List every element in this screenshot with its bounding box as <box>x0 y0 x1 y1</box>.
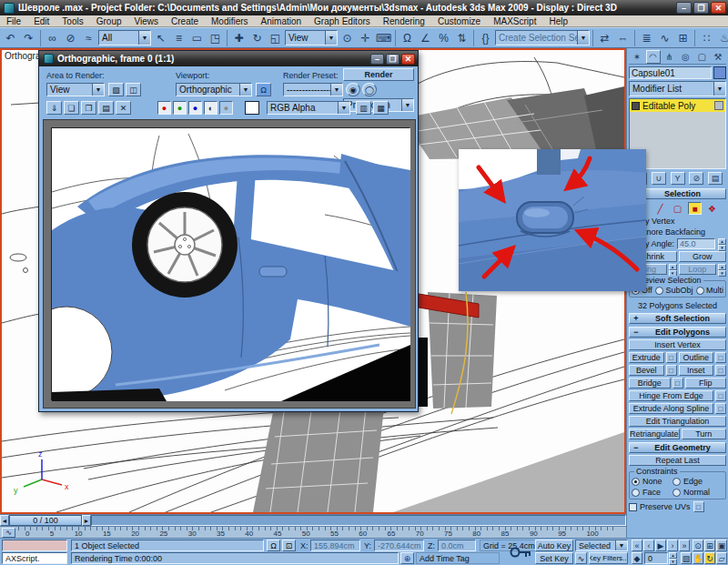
auto-region-icon[interactable]: ▧ <box>108 83 124 96</box>
select-object-icon[interactable]: ↖ <box>152 29 169 46</box>
loop-button[interactable]: Loop <box>679 264 717 275</box>
red-channel-icon[interactable]: ● <box>157 101 171 115</box>
render-button[interactable]: Render <box>343 68 414 81</box>
menu-item[interactable]: Create <box>165 15 205 27</box>
keyboard-shortcut-override-icon[interactable]: ⌨ <box>375 29 392 46</box>
select-and-manipulate-icon[interactable]: ✛ <box>357 29 374 46</box>
clear-image-icon[interactable]: ✕ <box>116 101 131 115</box>
copy-image-icon[interactable]: ❏ <box>64 101 79 115</box>
render-preset-dropdown[interactable]: -----------------▼ <box>283 83 343 96</box>
x-coord-field[interactable]: 155.894cm <box>310 540 360 551</box>
rfw-maximize-button[interactable]: ❐ <box>386 54 399 65</box>
preview-subobj-radio[interactable] <box>655 287 663 295</box>
key-filters-button[interactable]: Key Filters... <box>589 552 628 564</box>
bridge-button[interactable]: Bridge <box>629 378 671 388</box>
render-setup-preset-icon[interactable]: ◉ <box>346 83 360 96</box>
unlink-selection-icon[interactable]: ⊘ <box>62 29 79 46</box>
rfw-close-button[interactable]: ✕ <box>401 54 415 65</box>
time-slider-right-arrow[interactable]: ► <box>82 515 91 526</box>
menu-item[interactable]: Customize <box>431 15 487 27</box>
green-channel-icon[interactable]: ● <box>173 101 187 115</box>
layer-manager-icon[interactable]: ≣ <box>638 29 655 46</box>
select-by-name-icon[interactable]: ≡ <box>170 29 187 46</box>
make-unique-icon[interactable]: Y <box>671 172 685 185</box>
dropdown-arrow-icon[interactable]: ▼ <box>577 31 589 45</box>
schematic-view-icon[interactable]: ⊞ <box>674 29 692 46</box>
turn-button[interactable]: Turn <box>682 429 726 439</box>
dropdown-arrow-icon[interactable]: ▼ <box>338 102 349 114</box>
menu-item[interactable]: File <box>0 15 27 27</box>
selection-filter-dropdown[interactable]: All▼ <box>98 30 151 45</box>
rectangular-selection-region-icon[interactable]: ▭ <box>188 29 206 46</box>
use-pivot-center-icon[interactable]: ⊙ <box>339 29 356 46</box>
create-tab-icon[interactable]: ✶ <box>630 50 644 64</box>
minimize-button[interactable]: – <box>676 2 692 14</box>
border-subobject-icon[interactable]: ▢ <box>671 202 684 215</box>
rfw-minimize-button[interactable]: – <box>370 54 384 65</box>
key-mode-toggle-icon[interactable]: ◆ <box>632 552 642 564</box>
angle-snap-icon[interactable]: ∠ <box>417 29 434 46</box>
outline-settings-icon[interactable]: □ <box>715 352 726 363</box>
time-slider-handle[interactable]: 0 / 100 <box>9 515 82 526</box>
open-mini-curve-editor-icon[interactable]: ∿ <box>2 528 15 538</box>
overlay-toggle-icon[interactable]: ▥ <box>356 101 371 115</box>
render-setup-icon[interactable]: ♨ <box>716 29 728 46</box>
menu-item[interactable]: Help <box>542 15 574 27</box>
monochrome-channel-icon[interactable]: ◐ <box>204 101 217 115</box>
menu-item[interactable]: Graph Editors <box>308 15 377 27</box>
select-and-move-icon[interactable]: ✚ <box>230 29 248 46</box>
material-editor-icon[interactable]: ∷ <box>698 29 715 46</box>
bevel-settings-icon[interactable]: □ <box>666 365 677 376</box>
z-coord-field[interactable]: 0.0cm <box>438 540 476 551</box>
constraint-normal-radio[interactable] <box>672 489 681 497</box>
save-image-icon[interactable]: ⇓ <box>46 101 62 115</box>
select-and-link-icon[interactable]: ∞ <box>44 29 61 46</box>
set-keys-key-icon[interactable] <box>510 543 531 561</box>
by-angle-spinner[interactable]: ▴▾ <box>718 238 726 249</box>
utilities-tab-icon[interactable]: ⚒ <box>711 50 725 64</box>
zoom-all-icon[interactable]: ⊞ <box>704 540 715 551</box>
modifier-toggle[interactable] <box>714 101 723 110</box>
menu-item[interactable]: Views <box>128 15 166 27</box>
repeat-last-button[interactable]: Repeat Last <box>629 455 726 466</box>
dropdown-arrow-icon[interactable]: ▼ <box>615 540 627 550</box>
go-to-end-icon[interactable]: » <box>679 540 690 551</box>
crop-region-icon[interactable]: ◫ <box>126 83 141 96</box>
polygon-subobject-icon[interactable]: ■ <box>688 202 702 215</box>
alpha-channel-icon[interactable]: ● <box>219 101 233 115</box>
constraint-edge-radio[interactable] <box>672 478 681 486</box>
edit-named-selection-sets-icon[interactable]: {} <box>477 29 494 46</box>
hierarchy-tab-icon[interactable]: ⋔ <box>662 50 677 64</box>
insert-vertex-button[interactable]: Insert Vertex <box>629 339 726 350</box>
object-name-field[interactable]: Capsule01 <box>629 66 712 79</box>
min-max-toggle-icon[interactable]: ▱ <box>716 552 727 564</box>
maxscript-mini-listener[interactable]: AXScript. <box>2 552 67 564</box>
environment-preset-icon[interactable]: ◯ <box>362 83 377 96</box>
undo-icon[interactable]: ↶ <box>2 29 19 46</box>
pan-icon[interactable]: ✋ <box>693 552 703 564</box>
motion-tab-icon[interactable]: ◎ <box>678 50 693 64</box>
configure-modifier-sets-icon[interactable]: ▤ <box>708 172 723 185</box>
retriangulate-button[interactable]: Retriangulate <box>629 429 680 439</box>
selection-lock-icon[interactable]: Ω <box>267 540 280 551</box>
bridge-settings-icon[interactable]: □ <box>672 378 683 388</box>
current-frame-field[interactable]: 0 <box>644 552 668 564</box>
curve-editor-icon[interactable]: ∿ <box>656 29 673 46</box>
preserve-uvs-checkbox[interactable] <box>629 503 637 511</box>
zoom-icon[interactable]: ⊙ <box>693 540 703 551</box>
window-crossing-icon[interactable]: ◳ <box>207 29 224 46</box>
extrude-along-spline-button[interactable]: Extrude Along Spline <box>629 403 713 414</box>
rfw-viewport-dropdown[interactable]: Orthographic▼ <box>176 83 252 96</box>
edit-geometry-rollout-header[interactable]: −Edit Geometry <box>629 442 726 453</box>
spinner-snap-icon[interactable]: ⇅ <box>453 29 470 46</box>
rfw-title-bar[interactable]: Orthographic, frame 0 (1:1) – ❐ ✕ <box>39 51 418 66</box>
next-frame-icon[interactable]: › <box>667 540 678 551</box>
menu-item[interactable]: Group <box>90 15 128 27</box>
menu-item[interactable]: Rendering <box>377 15 431 27</box>
menu-item[interactable]: MAXScript <box>487 15 542 27</box>
element-subobject-icon[interactable]: ❖ <box>705 202 719 215</box>
title-bar[interactable]: Шевроле .max - Project Folder: C:\Docume… <box>0 0 728 15</box>
bind-to-spacewarp-icon[interactable]: ≈ <box>80 29 97 46</box>
modify-tab-icon[interactable]: ◠ <box>646 50 661 64</box>
edge-subobject-icon[interactable]: ╱ <box>653 202 667 215</box>
